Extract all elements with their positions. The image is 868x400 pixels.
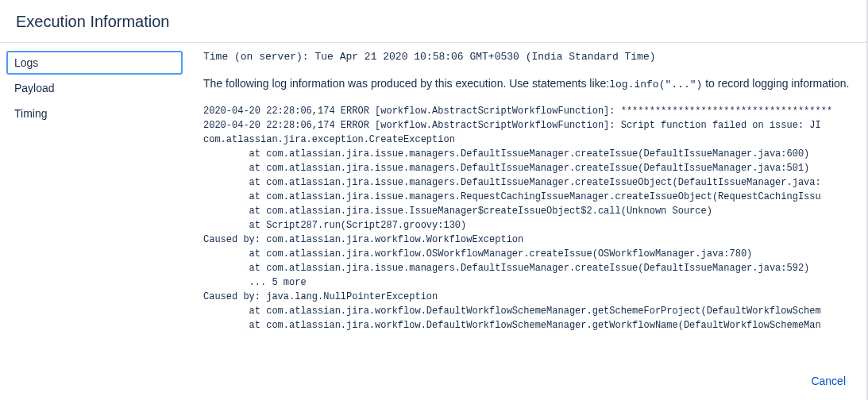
dialog-footer: Cancel (0, 362, 866, 400)
server-time-line: Time (on server): Tue Apr 21 2020 10:58:… (203, 51, 857, 63)
intro-code: log.info("...") (609, 79, 702, 90)
time-value: Tue Apr 21 2020 10:58:06 GMT+0530 (India… (314, 51, 655, 63)
dialog-body: Logs Payload Timing Time (on server): Tu… (0, 43, 866, 362)
time-prefix: Time (on server): (203, 51, 314, 63)
tab-label: Logs (14, 56, 38, 69)
cancel-button[interactable]: Cancel (804, 370, 852, 392)
intro-text-2: to record logging information. (702, 77, 849, 90)
intro-text-1: The following log information was produc… (203, 77, 609, 90)
dialog-title: Execution Information (16, 13, 851, 31)
execution-info-dialog: Execution Information Logs Payload Timin… (0, 0, 868, 400)
dialog-header: Execution Information (0, 0, 866, 42)
content-panel[interactable]: Time (on server): Tue Apr 21 2020 10:58:… (191, 51, 866, 362)
log-output: 2020-04-20 22:28:06,174 ERROR [workflow.… (203, 104, 857, 336)
tab-logs[interactable]: Logs (6, 51, 183, 75)
content-inner: Time (on server): Tue Apr 21 2020 10:58:… (203, 51, 860, 336)
log-intro: The following log information was produc… (203, 75, 857, 93)
sidebar: Logs Payload Timing (0, 51, 191, 362)
tab-timing[interactable]: Timing (6, 102, 183, 125)
tab-payload[interactable]: Payload (6, 76, 183, 100)
tab-label: Payload (14, 82, 55, 94)
tab-label: Timing (14, 107, 48, 120)
